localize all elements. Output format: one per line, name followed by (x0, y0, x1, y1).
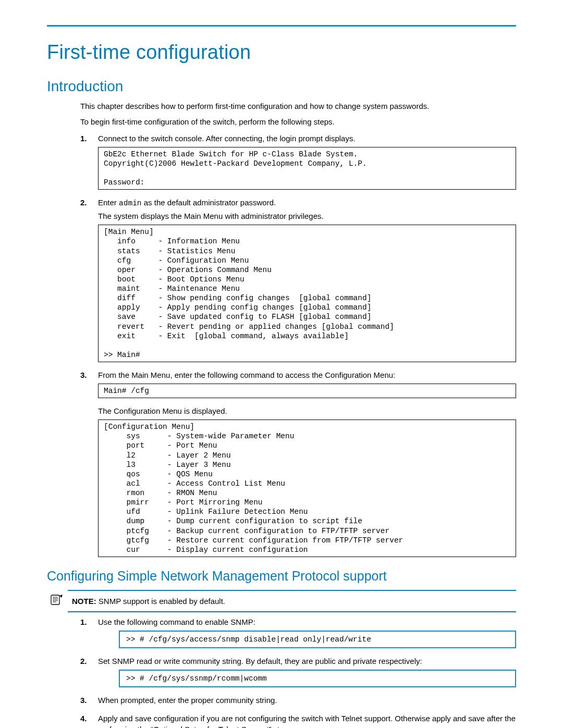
page-title: First-time configuration (47, 41, 516, 64)
step-number: 2. (80, 197, 87, 208)
main-menu-code: [Main Menu] info - Information Menu stat… (98, 225, 516, 362)
step-text: Apply and save configuration if you are … (98, 714, 516, 728)
step-number: 1. (80, 133, 87, 144)
top-rule (47, 25, 516, 27)
note-body: SNMP support is enabled by default. (96, 597, 225, 606)
step-text-pre: Enter (98, 198, 119, 207)
snmp-step-1: 1. Use the following command to enable S… (80, 616, 516, 648)
step-text: Set SNMP read or write community string.… (98, 657, 422, 665)
intro-step-3: 3. From the Main Menu, enter the followi… (80, 369, 516, 557)
intro-paragraph-1: This chapter describes how to perform fi… (80, 101, 516, 112)
snmp-step-3: 3. When prompted, enter the proper commu… (80, 695, 516, 706)
step-number: 1. (80, 616, 87, 627)
step-text: When prompted, enter the proper communit… (98, 696, 277, 705)
section-heading-snmp: Configuring Simple Network Management Pr… (47, 569, 516, 584)
note-block: NOTE: SNMP support is enabled by default… (68, 590, 516, 612)
step-number: 4. (80, 713, 87, 724)
snmp-step-4: 4. Apply and save configuration if you a… (80, 713, 516, 728)
step-number: 3. (80, 695, 87, 706)
snmp-steps-list: 1. Use the following command to enable S… (80, 616, 516, 728)
intro-paragraph-2: To begin first-time configuration of the… (80, 117, 516, 127)
step-subtext: The system displays the Main Menu with a… (98, 211, 516, 221)
snmp-content: 1. Use the following command to enable S… (80, 616, 516, 728)
step-number: 3. (80, 369, 87, 380)
intro-step-2: 2. Enter admin as the default administra… (80, 197, 516, 362)
note-icon (48, 594, 66, 608)
snmp-enable-code: >> # /cfg/sys/access/snmp disable|read o… (119, 631, 516, 648)
page-container: First-time configuration Introduction Th… (0, 0, 563, 728)
snmp-community-code: >> # /cfg/sys/ssnmp/rcomm|wcomm (119, 670, 516, 687)
svg-rect-0 (51, 595, 59, 604)
login-prompt-code: GbE2c Ethernet Blade Switch for HP c-Cla… (98, 147, 516, 190)
step-text: Connect to the switch console. After con… (98, 134, 356, 143)
section-heading-intro: Introduction (47, 78, 516, 95)
intro-steps-list: 1. Connect to the switch console. After … (80, 133, 516, 557)
note-text: NOTE: SNMP support is enabled by default… (72, 597, 225, 606)
intro-step-1: 1. Connect to the switch console. After … (80, 133, 516, 190)
cfg-command-code: Main# /cfg (98, 384, 516, 398)
snmp-step-2: 2. Set SNMP read or write community stri… (80, 656, 516, 687)
step-text: From the Main Menu, enter the following … (98, 371, 395, 379)
step-text-post: as the default administrator password. (142, 198, 276, 207)
note-label: NOTE: (72, 597, 96, 606)
admin-literal: admin (119, 199, 142, 207)
intro-content: This chapter describes how to perform fi… (80, 101, 516, 557)
step-subtext: The Configuration Menu is displayed. (98, 405, 516, 416)
step-text: Use the following command to enable SNMP… (98, 618, 255, 626)
step-number: 2. (80, 656, 87, 667)
config-menu-code: [Configuration Menu] sys - System-wide P… (98, 419, 516, 557)
